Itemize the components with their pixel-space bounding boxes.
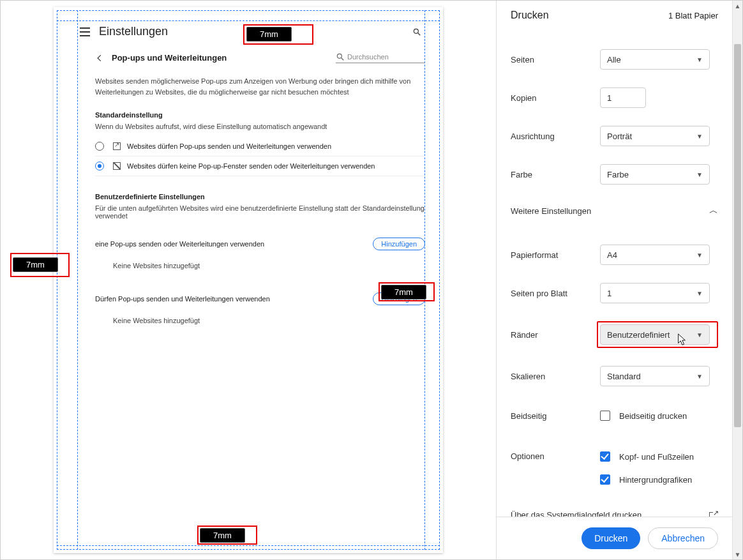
orientation-label: Ausrichtung	[511, 132, 600, 141]
print-dialog: 7mm 7mm 7mm Einstellungen Pop-ups und We…	[0, 0, 743, 560]
svg-point-0	[414, 29, 418, 33]
caret-down-icon: ▼	[696, 290, 703, 297]
allow-list-row: Dürfen Pop-ups senden und Weiterleitunge…	[95, 277, 425, 310]
copies-value: 1	[607, 93, 612, 103]
search-field: Durchsuchen	[336, 52, 425, 63]
open-external-icon	[709, 512, 718, 517]
radio-block-row: Websites dürfen keine Pop-up-Fenster sen…	[95, 156, 425, 176]
color-label: Farbe	[511, 170, 600, 179]
copies-label: Kopien	[511, 93, 600, 103]
back-arrow-icon	[95, 54, 104, 63]
print-button-label: Drucken	[594, 533, 627, 543]
caret-down-icon: ▼	[696, 133, 703, 140]
options-label: Optionen	[511, 445, 600, 461]
per-sheet-select[interactable]: 1▼	[600, 283, 710, 303]
duplex-checkbox[interactable]	[600, 411, 610, 421]
radio-allow-row: Websites dürfen Pop-ups senden und Weite…	[95, 137, 425, 156]
scrollbar[interactable]: ▲ ▼	[732, 1, 742, 559]
caret-down-icon: ▼	[696, 252, 703, 259]
duplex-cb-label: Beidseitig drucken	[619, 411, 687, 421]
background-graphics-label: Hintergrundgrafiken	[619, 475, 692, 485]
panel-title: Drucken	[511, 10, 549, 21]
paper-select[interactable]: A4▼	[600, 245, 710, 265]
margin-tooltip-left: 7mm	[13, 257, 58, 272]
radio-allow-label: Websites dürfen Pop-ups senden und Weite…	[127, 142, 331, 150]
allow-list-empty: Keine Websites hinzugefügt	[95, 310, 425, 332]
margins-value: Benutzerdefiniert	[607, 330, 670, 340]
preview-content: Einstellungen Pop-ups und Weiterleitunge…	[77, 21, 425, 545]
chevron-up-icon: ︿	[709, 205, 718, 216]
scale-select[interactable]: Standard▼	[600, 366, 710, 386]
cursor-icon	[676, 333, 687, 347]
color-select[interactable]: Farbe▼	[600, 164, 710, 185]
add-button-block: Hinzufügen	[373, 238, 425, 250]
caret-down-icon: ▼	[696, 373, 703, 380]
svg-point-2	[337, 54, 341, 58]
highlight-margins-select: Benutzerdefiniert▼	[597, 321, 718, 348]
allow-list-heading: Dürfen Pop-ups senden und Weiterleitunge…	[95, 295, 270, 303]
paper-label: Papierformat	[511, 250, 600, 260]
margin-tooltip-bottom: 7mm	[200, 528, 245, 543]
default-heading: Standardeinstellung	[95, 109, 425, 123]
cancel-button-label: Abbrechen	[661, 533, 705, 543]
margin-guide-bottom[interactable]	[57, 545, 440, 546]
system-dialog-text: Über das Systemdialogfeld drucken…	[511, 510, 650, 517]
duplex-label: Beidseitig	[511, 411, 600, 421]
headers-footers-checkbox[interactable]	[600, 451, 610, 462]
caret-down-icon: ▼	[696, 171, 703, 178]
pages-select[interactable]: Alle▼	[600, 49, 710, 70]
radio-block-label: Websites dürfen keine Pop-up-Fenster sen…	[127, 162, 375, 170]
svg-line-1	[418, 33, 421, 35]
cancel-button[interactable]: Abbrechen	[648, 527, 718, 549]
popup-block-icon	[113, 162, 121, 170]
per-sheet-value: 1	[607, 289, 612, 298]
pages-value: Alle	[607, 55, 621, 64]
custom-heading: Benutzerdefinierte Einstellungen	[95, 190, 425, 204]
svg-line-3	[341, 58, 344, 61]
more-settings-toggle[interactable]: Weitere Einstellungen ︿	[511, 193, 718, 236]
scroll-down-icon[interactable]: ▼	[733, 549, 742, 559]
margin-tooltip-right: 7mm	[381, 285, 426, 299]
sheet-count: 1 Blatt Papier	[668, 11, 718, 20]
subpage-title: Pop-ups und Weiterleitungen	[112, 53, 227, 63]
paper-value: A4	[607, 250, 617, 260]
radio-unchecked-icon	[95, 142, 104, 151]
orientation-value: Porträt	[607, 132, 632, 141]
scale-label: Skalieren	[511, 372, 600, 381]
default-desc: Wenn du Websites aufrufst, wird diese Ei…	[95, 123, 425, 137]
scroll-up-icon[interactable]: ▲	[733, 1, 742, 11]
search-icon-small	[336, 52, 345, 61]
print-button[interactable]: Drucken	[582, 527, 640, 549]
margin-tooltip-top: 7mm	[246, 27, 292, 42]
print-preview-area: 7mm 7mm 7mm Einstellungen Pop-ups und We…	[1, 1, 496, 559]
headers-footers-label: Kopf- und Fußzeilen	[619, 452, 694, 462]
pages-label: Seiten	[511, 55, 600, 64]
intro-text: Websites senden möglicherweise Pop-ups z…	[95, 72, 425, 109]
search-placeholder: Durchsuchen	[347, 53, 389, 61]
copies-input[interactable]: 1	[600, 87, 646, 108]
caret-down-icon: ▼	[696, 331, 703, 338]
popup-allow-icon	[113, 142, 121, 150]
search-icon	[412, 27, 421, 36]
margins-label: Ränder	[511, 330, 600, 340]
block-list-row: eine Pop-ups senden oder Weiterleitungen…	[95, 226, 425, 255]
radio-checked-icon	[95, 162, 104, 170]
per-sheet-label: Seiten pro Blatt	[511, 289, 600, 298]
background-graphics-checkbox[interactable]	[600, 474, 610, 485]
hamburger-icon	[80, 27, 90, 36]
block-list-heading: eine Pop-ups senden oder Weiterleitungen…	[95, 240, 264, 248]
orientation-select[interactable]: Porträt▼	[600, 126, 710, 146]
page-title: Einstellungen	[99, 25, 168, 38]
preview-page: 7mm 7mm 7mm Einstellungen Pop-ups und We…	[54, 7, 443, 553]
color-value: Farbe	[607, 170, 629, 179]
more-settings-label: Weitere Einstellungen	[511, 206, 591, 216]
scale-value: Standard	[607, 372, 641, 381]
block-list-empty: Keine Websites hinzugefügt	[95, 255, 425, 277]
scrollbar-thumb[interactable]	[734, 44, 741, 427]
custom-desc: Für die unten aufgeführten Websites wird…	[95, 204, 425, 226]
print-settings-panel: Drucken 1 Blatt Papier Seiten Alle▼ Kopi…	[496, 1, 732, 559]
system-dialog-link[interactable]: Über das Systemdialogfeld drucken… (Ctrl…	[511, 500, 718, 517]
margins-select[interactable]: Benutzerdefiniert▼	[600, 324, 710, 345]
caret-down-icon: ▼	[696, 56, 703, 63]
